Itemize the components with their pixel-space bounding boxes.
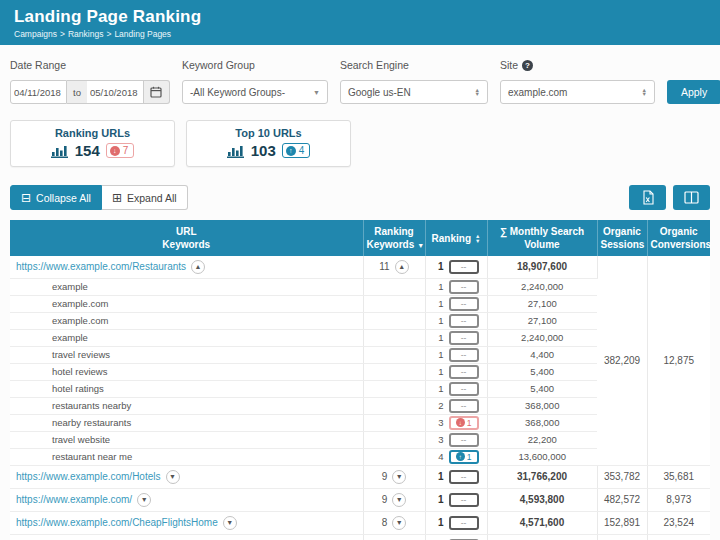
keyword-name: travel reviews <box>10 346 363 363</box>
stat-card-title: Top 10 URLs <box>187 127 350 139</box>
column-header[interactable]: RankingKeywords▼ <box>363 220 425 256</box>
keyword-name: hotel ratings <box>10 380 363 397</box>
chevron-down-circle-icon[interactable]: ▼ <box>223 516 237 530</box>
keyword-group-filter: Keyword Group -All Keyword Groups- ▼ <box>182 59 328 104</box>
ranking-change-box: -- <box>449 314 479 328</box>
ranking-value: 1 <box>434 517 444 528</box>
site-select[interactable]: example.com ▲▼ <box>500 80 655 104</box>
ranking-value: 2 <box>434 400 444 411</box>
chevron-up-circle-icon[interactable]: ▲ <box>395 260 409 274</box>
arrow-up-circle-icon: ↑ <box>286 146 296 156</box>
sort-icon[interactable]: ▲▼ <box>475 234 480 243</box>
keyword-group-select[interactable]: -All Keyword Groups- ▼ <box>182 80 328 104</box>
expand-all-button[interactable]: ⊞ Expand All <box>102 185 188 210</box>
organic-conversions: 12,875 <box>647 256 710 465</box>
ranking-value: 1 <box>434 366 444 377</box>
keyword-name: restaurants nearby <box>10 397 363 414</box>
apply-button[interactable]: Apply <box>667 80 720 104</box>
keyword-name: example.com <box>10 295 363 312</box>
sort-desc-icon[interactable]: ▼ <box>417 242 424 249</box>
ranking-change-box: -- <box>449 365 479 379</box>
search-volume: 13,600,000 <box>487 448 597 465</box>
ranking-value: 1 <box>434 298 444 309</box>
organic-sessions: 152,891 <box>597 511 647 534</box>
chevron-down-circle-icon[interactable]: ▼ <box>392 493 406 507</box>
column-header[interactable]: URLKeywords <box>10 220 363 256</box>
search-volume: 27,100 <box>487 312 597 329</box>
expand-all-label: Expand All <box>127 192 177 204</box>
chevron-down-circle-icon[interactable]: ▼ <box>137 493 151 507</box>
columns-icon <box>684 191 699 204</box>
search-volume: 2,240,000 <box>487 278 597 295</box>
stat-cards: Ranking URLs 154 ↓ 7 Top 10 URLs <box>0 104 720 167</box>
ranking-value: 1 <box>434 349 444 360</box>
chevron-down-circle-icon[interactable]: ▼ <box>166 470 180 484</box>
url-link[interactable]: https://www.example.com/Restaurants <box>16 260 186 271</box>
column-header[interactable]: ∑ Monthly Search Volume <box>487 220 597 256</box>
ranking-value: 1 <box>434 471 444 482</box>
table-body: https://www.example.com/Restaurants▲11▲1… <box>10 256 710 540</box>
url-link[interactable]: https://www.example.com/Hotels <box>16 470 161 481</box>
chevron-down-circle-icon[interactable]: ▼ <box>392 516 406 530</box>
search-volume: 22,200 <box>487 431 597 448</box>
organic-conversions: 35,681 <box>647 465 710 488</box>
search-volume: 5,400 <box>487 363 597 380</box>
search-volume: 27,100 <box>487 295 597 312</box>
ranking-change-box: -- <box>449 382 479 396</box>
search-engine-select[interactable]: Google us-EN ▲▼ <box>340 80 488 104</box>
search-volume: 31,766,200 <box>487 465 597 488</box>
stat-value: 103 <box>251 142 276 159</box>
page-header: Landing Page Ranking Campaigns>Rankings>… <box>0 0 720 45</box>
breadcrumb-item[interactable]: Campaigns <box>14 29 57 39</box>
search-volume: 4,400 <box>487 346 597 363</box>
help-icon[interactable]: ? <box>522 60 533 71</box>
breadcrumb-item[interactable]: Landing Pages <box>114 29 171 39</box>
export-excel-button[interactable] <box>629 185 666 210</box>
collapse-all-button[interactable]: ⊟ Collapse All <box>10 185 102 210</box>
column-header[interactable]: OrganicSessions <box>597 220 647 256</box>
ranking-value: 1 <box>434 494 444 505</box>
url-group-row: https://www.example.com/CheapFlightsHome… <box>10 511 710 534</box>
column-settings-button[interactable] <box>673 185 710 210</box>
search-volume: 4,571,600 <box>487 511 597 534</box>
column-header[interactable]: OrganicConversions <box>647 220 710 256</box>
url-group-row: https://www.example.com/Restaurants▲11▲1… <box>10 256 710 278</box>
ranking-change-box: -- <box>449 260 479 274</box>
arrow-down-circle-icon: ↓ <box>110 146 120 156</box>
keyword-name: travel website <box>10 431 363 448</box>
ranking-keywords-count: 9 <box>382 493 388 504</box>
url-link[interactable]: https://www.example.com/ <box>16 493 132 504</box>
organic-conversions: 23,524 <box>647 511 710 534</box>
url-link[interactable]: https://www.example.com/CheapFlightsHome <box>16 516 218 527</box>
keyword-name: example.com <box>10 312 363 329</box>
date-from-input[interactable] <box>10 80 67 104</box>
select-arrows-icon: ▲▼ <box>641 88 646 97</box>
url-group-row: https://www.example.com/▼9▼1--4,593,8004… <box>10 488 710 511</box>
change-badge-up: ↑ 4 <box>282 143 311 158</box>
calendar-button[interactable] <box>144 80 170 104</box>
keyword-group-label: Keyword Group <box>182 59 328 71</box>
organic-sessions: 382,209 <box>597 256 647 465</box>
ranking-change-box: -- <box>449 280 479 294</box>
chevron-down-circle-icon[interactable]: ▼ <box>392 470 406 484</box>
ranking-change-box: -- <box>449 470 479 484</box>
date-to-input[interactable] <box>87 80 144 104</box>
ranking-change-box: -- <box>449 433 479 447</box>
bar-chart-icon <box>51 144 69 158</box>
ranking-value: 1 <box>434 281 444 292</box>
table-header: URLKeywordsRankingKeywords▼Ranking▲▼∑ Mo… <box>10 220 710 256</box>
date-range-label: Date Range <box>10 59 170 71</box>
stat-card-title: Ranking URLs <box>11 127 174 139</box>
chevron-up-circle-icon[interactable]: ▲ <box>191 260 205 274</box>
ranking-keywords-count: 11 <box>379 260 389 271</box>
breadcrumb-separator: > <box>60 29 65 39</box>
search-volume: 368,000 <box>487 414 597 431</box>
keyword-name: restaurant near me <box>10 448 363 465</box>
column-header[interactable]: Ranking▲▼ <box>425 220 487 256</box>
site-label: Site <box>500 59 518 71</box>
search-engine-filter: Search Engine Google us-EN ▲▼ <box>340 59 488 104</box>
ranking-value: 1 <box>434 383 444 394</box>
ranking-change-box: -- <box>449 348 479 362</box>
breadcrumb-item[interactable]: Rankings <box>68 29 103 39</box>
organic-conversions: 8,973 <box>647 488 710 511</box>
